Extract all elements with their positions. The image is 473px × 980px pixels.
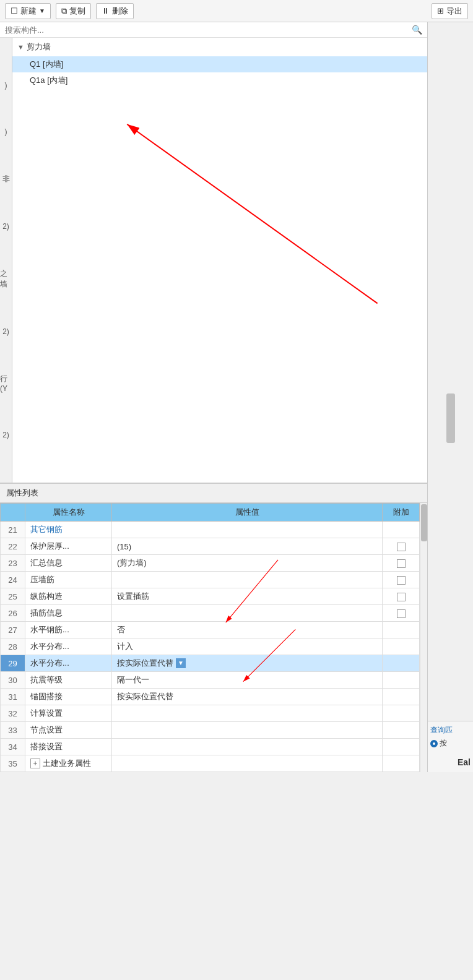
row-name[interactable]: 其它钢筋 (25, 522, 112, 538)
checkbox-icon[interactable] (397, 593, 406, 601)
checkbox-icon[interactable] (397, 576, 406, 585)
dropdown-arrow-icon: ▼ (39, 7, 45, 14)
row-value[interactable]: (剪力墙) (112, 555, 383, 572)
row-name[interactable]: 压墙筋 (25, 572, 112, 588)
row-num: 25 (1, 588, 25, 605)
row-extra (383, 622, 420, 638)
copy-button[interactable]: ⧉ 复制 (56, 3, 91, 19)
delete-button[interactable]: ⏸ 删除 (96, 3, 134, 19)
right-scrollbar-area (428, 393, 473, 443)
row-name[interactable]: 纵筋构造 (25, 588, 112, 605)
row-value[interactable] (112, 572, 383, 588)
main-layout: 🔍 ) ) 非 2) 之墙 2) 行(Y 2) ▼ (0, 22, 473, 772)
checkbox-icon[interactable] (397, 559, 406, 568)
copy-icon: ⧉ (61, 6, 67, 16)
row-extra (383, 588, 420, 605)
right-panel: 查询匹 按 Eal (427, 22, 473, 772)
col-header-name: 属性名称 (25, 504, 112, 522)
radio-button[interactable] (430, 740, 438, 747)
tree-item-q1a[interactable]: Q1a [内墙] (12, 72, 427, 88)
delete-label: 删除 (112, 6, 128, 17)
row-name[interactable]: 水平分布... (25, 655, 112, 672)
right-scrollbar[interactable] (446, 393, 455, 443)
row-value (112, 755, 383, 772)
row-num: 23 (1, 555, 25, 572)
table-row: 26 插筋信息 (1, 605, 420, 622)
row-value[interactable]: (15) (112, 538, 383, 555)
dropdown-toggle-icon[interactable]: ▼ (176, 658, 186, 668)
row-extra (383, 655, 420, 672)
tree-item-q1[interactable]: Q1 [内墙] (12, 56, 427, 72)
table-row: 25 纵筋构造 设置插筋 (1, 588, 420, 605)
row-num-selected: 29 (1, 655, 25, 672)
row-value[interactable] (112, 722, 383, 739)
row-extra (383, 522, 420, 538)
row-name[interactable]: 保护层厚... (25, 538, 112, 555)
dropdown-cell: 按实际位置代替 ▼ (117, 658, 377, 669)
checkbox-icon: ☐ (11, 6, 18, 15)
row-name[interactable]: 水平钢筋... (25, 622, 112, 638)
row-value[interactable]: 设置插筋 (112, 588, 383, 605)
query-label: 查询匹 (430, 725, 471, 736)
export-button[interactable]: ⊞ 导出 (432, 3, 468, 19)
row-name[interactable]: 汇总信息 (25, 555, 112, 572)
tree-item-q1a-label: Q1a [内墙] (30, 75, 67, 85)
row-value[interactable] (112, 705, 383, 722)
property-table: 属性名称 属性值 附加 21 其它钢筋 (0, 503, 420, 772)
search-icon: 🔍 (412, 25, 422, 35)
table-scroll-wrap: 属性名称 属性值 附加 21 其它钢筋 (0, 503, 427, 772)
left-label-6: 2) (2, 327, 9, 336)
row-num: 22 (1, 538, 25, 555)
table-scrollbar[interactable] (420, 503, 427, 772)
row-name[interactable]: 插筋信息 (25, 605, 112, 622)
row-value[interactable]: 按实际位置代替 (112, 689, 383, 705)
left-panel: 🔍 ) ) 非 2) 之墙 2) 行(Y 2) ▼ (0, 22, 427, 772)
row-name[interactable]: + 土建业务属性 (25, 755, 112, 772)
row-num: 31 (1, 689, 25, 705)
left-label-2: ) (5, 127, 7, 136)
row-extra (383, 538, 420, 555)
checkbox-icon[interactable] (397, 609, 406, 618)
toolbar: ☐ 新建 ▼ ⧉ 复制 ⏸ 删除 ⊞ 导出 (0, 0, 473, 22)
row-value[interactable] (112, 522, 383, 538)
row-value[interactable] (112, 605, 383, 622)
tree-panel: ) ) 非 2) 之墙 2) 行(Y 2) ▼ 剪力墙 Q1 [内 (0, 38, 427, 483)
row-num: 27 (1, 622, 25, 638)
right-query-section: 查询匹 按 (428, 721, 473, 752)
row-name[interactable]: 水平分布... (25, 638, 112, 655)
row-value[interactable]: 计入 (112, 638, 383, 655)
row-extra (383, 705, 420, 722)
left-label-5: 之墙 (0, 269, 12, 290)
row-num: 34 (1, 739, 25, 755)
right-top-area (428, 22, 473, 721)
row-num: 32 (1, 705, 25, 722)
search-bar: 🔍 (0, 22, 427, 38)
row-num: 26 (1, 605, 25, 622)
row-name[interactable]: 节点设置 (25, 722, 112, 739)
table-scrollbar-thumb[interactable] (421, 504, 427, 541)
table-row: 24 压墙筋 (1, 572, 420, 588)
row-name[interactable]: 锚固搭接 (25, 689, 112, 705)
row-name[interactable]: 计算设置 (25, 705, 112, 722)
radio-label: 按 (440, 738, 447, 749)
row-num: 35 (1, 755, 25, 772)
row-value[interactable]: 隔一代一 (112, 672, 383, 689)
collapse-arrow-icon: ▼ (17, 43, 24, 51)
row-value[interactable]: 否 (112, 622, 383, 638)
row-name[interactable]: 搭接设置 (25, 739, 112, 755)
checkbox-icon[interactable] (397, 543, 406, 551)
row-name[interactable]: 抗震等级 (25, 672, 112, 689)
left-label-7: 行(Y (0, 374, 12, 393)
row-extra (383, 755, 420, 772)
left-label-4: 2) (2, 222, 9, 231)
row-value-dropdown[interactable]: 按实际位置代替 ▼ (112, 655, 383, 672)
table-row: 33 节点设置 (1, 722, 420, 739)
delete-icon: ⏸ (102, 6, 110, 15)
row-value[interactable] (112, 739, 383, 755)
eal-label: Eal (428, 752, 473, 772)
arrow-overlay (0, 38, 427, 483)
row-extra (383, 722, 420, 739)
expand-plus-button[interactable]: + (30, 759, 40, 768)
search-input[interactable] (5, 25, 412, 35)
new-button[interactable]: ☐ 新建 ▼ (5, 3, 51, 19)
